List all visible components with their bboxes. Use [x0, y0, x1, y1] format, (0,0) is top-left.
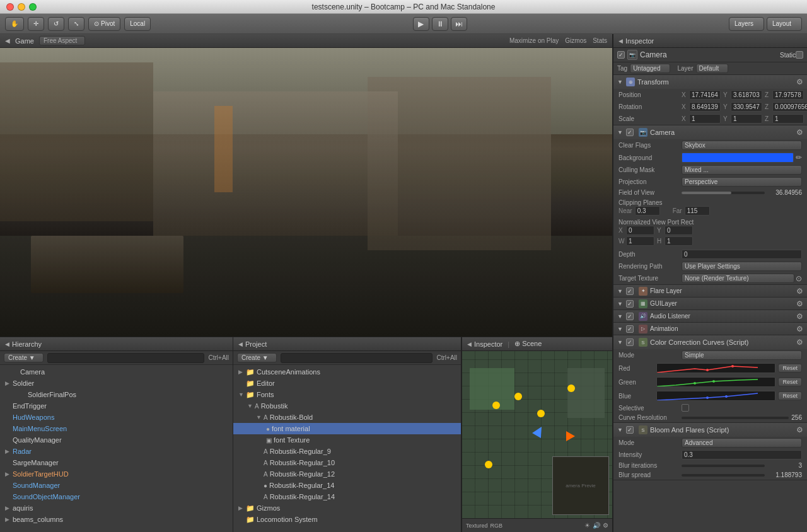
- flare-layer-settings-button[interactable]: ⚙: [796, 287, 803, 296]
- tag-dropdown[interactable]: Untagged: [630, 64, 670, 73]
- curve-resolution-slider[interactable]: [682, 417, 789, 419]
- pause-button[interactable]: ⏸: [432, 17, 448, 31]
- bloom-header[interactable]: ▼ S Bloom And Flares (Script) ⚙: [613, 423, 807, 437]
- scale-tool-button[interactable]: ⤡: [68, 17, 84, 31]
- maximize-on-play-label[interactable]: Maximize on Play: [509, 37, 559, 44]
- color-correction-header[interactable]: ▼ S Color Correction Curves (Script) ⚙: [613, 335, 807, 349]
- list-item[interactable]: ▶ Radar: [0, 446, 233, 457]
- list-item[interactable]: SoldierFinalPos: [0, 389, 233, 400]
- gui-layer-checkbox[interactable]: [626, 300, 634, 308]
- project-create-button[interactable]: Create ▼: [237, 353, 277, 362]
- background-color-picker[interactable]: [682, 153, 794, 163]
- viewport-x-value[interactable]: 0: [626, 226, 654, 235]
- list-item[interactable]: A Robustik-Regular_9: [233, 446, 461, 457]
- list-item[interactable]: SargeManager: [0, 457, 233, 468]
- list-item[interactable]: ▶ aquiris: [0, 502, 233, 514]
- list-item[interactable]: ● Robustik-Regular_14: [233, 480, 461, 491]
- background-eyedropper-icon[interactable]: ✏: [796, 153, 802, 162]
- list-item[interactable]: MainMenuScreen: [0, 423, 233, 434]
- list-item[interactable]: A Robustik-Regular_14: [233, 491, 461, 502]
- selective-checkbox[interactable]: [682, 404, 689, 412]
- culling-mask-dropdown[interactable]: Mixed ...: [682, 165, 802, 175]
- audio-listener-component[interactable]: ▼ 🔊 Audio Listener ⚙: [613, 310, 807, 323]
- list-item[interactable]: QualityManager: [0, 434, 233, 446]
- list-item[interactable]: Camera: [0, 366, 233, 378]
- layers-dropdown[interactable]: Layers: [729, 17, 764, 31]
- rendering-path-dropdown[interactable]: Use Player Settings: [682, 262, 802, 271]
- list-item[interactable]: EndTrigger: [0, 400, 233, 412]
- viewport-h-value[interactable]: 1: [665, 236, 693, 246]
- camera-component-checkbox[interactable]: [626, 129, 634, 136]
- layout-dropdown[interactable]: Layout: [767, 17, 802, 31]
- animation-component[interactable]: ▼ ▷ Animation ⚙: [613, 323, 807, 335]
- scene-audio-icon[interactable]: 🔊: [593, 522, 600, 529]
- layer-dropdown[interactable]: Default: [696, 64, 729, 73]
- scene-settings-icon[interactable]: ⚙: [603, 522, 608, 529]
- blue-reset-button[interactable]: Reset: [778, 391, 802, 400]
- green-curve-graph[interactable]: [656, 377, 775, 387]
- scale-y-value[interactable]: 1: [731, 114, 762, 124]
- cc-settings-button[interactable]: ⚙: [796, 338, 803, 347]
- cc-mode-dropdown[interactable]: Simple: [682, 350, 802, 360]
- fov-slider[interactable]: [682, 192, 765, 194]
- rot-y-value[interactable]: 330.9547: [731, 102, 762, 112]
- list-item[interactable]: ▼ A Robustik-Bold: [233, 412, 461, 423]
- aspect-dropdown[interactable]: Free Aspect: [39, 36, 85, 45]
- scale-z-value[interactable]: 1: [772, 114, 804, 124]
- audio-listener-settings-button[interactable]: ⚙: [796, 312, 803, 321]
- list-item[interactable]: 📁 Editor: [233, 378, 461, 389]
- bottom-insp-tab[interactable]: Inspector: [474, 340, 502, 348]
- play-button[interactable]: ▶: [413, 17, 429, 31]
- gizmos-label[interactable]: Gizmos: [565, 37, 586, 44]
- local-button[interactable]: Local: [124, 17, 151, 31]
- list-item[interactable]: ▶ 📁 Gizmos: [233, 502, 461, 514]
- bloom-checkbox[interactable]: [626, 426, 634, 434]
- near-value[interactable]: 0.3: [635, 206, 660, 216]
- scale-x-value[interactable]: 1: [689, 114, 721, 124]
- list-item[interactable]: 📁 Locomotion System: [233, 514, 461, 525]
- list-item[interactable]: ▶ 📁 CutsceneAnimations: [233, 366, 461, 378]
- hand-tool-button[interactable]: ✋: [5, 17, 24, 31]
- camera-component-settings-button[interactable]: ⚙: [796, 128, 803, 137]
- far-value[interactable]: 115: [685, 206, 710, 216]
- pivot-button[interactable]: ⊙ Pivot: [88, 17, 120, 31]
- blue-curve-graph[interactable]: [656, 391, 775, 401]
- minimize-button[interactable]: [18, 3, 25, 11]
- gui-layer-component[interactable]: ▼ ▦ GUILayer ⚙: [613, 298, 807, 310]
- camera-active-checkbox[interactable]: [617, 51, 625, 59]
- list-item[interactable]: ▶ beams_columns: [0, 514, 233, 525]
- list-item[interactable]: A Robustik-Regular_10: [233, 457, 461, 468]
- target-texture-value[interactable]: None (Render Texture): [682, 274, 794, 283]
- list-item[interactable]: SoundManager: [0, 480, 233, 491]
- viewport-y-value[interactable]: 0: [665, 226, 693, 235]
- cc-checkbox[interactable]: [626, 338, 634, 346]
- static-checkbox[interactable]: [796, 51, 803, 59]
- transform-settings-button[interactable]: ⚙: [796, 78, 803, 86]
- list-item[interactable]: SoundObjectManager: [0, 491, 233, 502]
- animation-settings-button[interactable]: ⚙: [796, 325, 803, 333]
- gui-layer-settings-button[interactable]: ⚙: [796, 299, 803, 308]
- list-item[interactable]: ▼ 📁 Fonts: [233, 389, 461, 400]
- step-button[interactable]: ⏭: [451, 17, 467, 31]
- list-item[interactable]: HudWeapons: [0, 412, 233, 423]
- rot-z-value[interactable]: 0.0009765625: [772, 102, 807, 112]
- bloom-intensity-value[interactable]: 0.3: [682, 450, 802, 460]
- pos-x-value[interactable]: 17.74164: [689, 90, 721, 100]
- close-button[interactable]: [6, 3, 14, 11]
- bloom-mode-dropdown[interactable]: Advanced: [682, 438, 802, 448]
- red-reset-button[interactable]: Reset: [778, 364, 802, 373]
- scene-sun-icon[interactable]: ☀: [584, 522, 590, 529]
- camera-component-header[interactable]: ▼ 📷 Camera ⚙: [613, 125, 807, 139]
- rotate-tool-button[interactable]: ↺: [48, 17, 64, 31]
- transform-header[interactable]: ▼ ⊕ Transform ⚙: [613, 75, 807, 89]
- rot-x-value[interactable]: 8.649139: [689, 102, 721, 112]
- list-item[interactable]: ● font material: [233, 423, 461, 434]
- stats-label[interactable]: Stats: [593, 37, 607, 44]
- viewport-w-value[interactable]: 1: [626, 236, 654, 246]
- projection-dropdown[interactable]: Perspective: [682, 177, 802, 187]
- bottom-scene-tab[interactable]: ⊕ Scene: [514, 340, 542, 348]
- blur-spread-slider[interactable]: [682, 474, 765, 477]
- hierarchy-create-button[interactable]: Create ▼: [4, 353, 44, 362]
- hierarchy-search-input[interactable]: [47, 353, 205, 363]
- green-reset-button[interactable]: Reset: [778, 378, 802, 386]
